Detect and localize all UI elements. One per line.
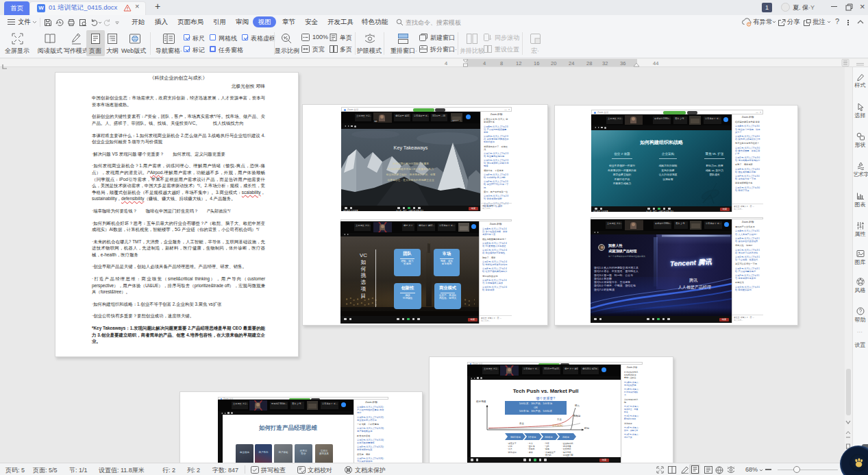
svg-text:20年前: 20年前	[562, 436, 569, 439]
svg-text:5千年前: 5千年前	[528, 436, 536, 439]
svg-text:300万年前: 300万年前	[510, 436, 521, 439]
svg-text:200年前: 200年前	[545, 436, 553, 439]
